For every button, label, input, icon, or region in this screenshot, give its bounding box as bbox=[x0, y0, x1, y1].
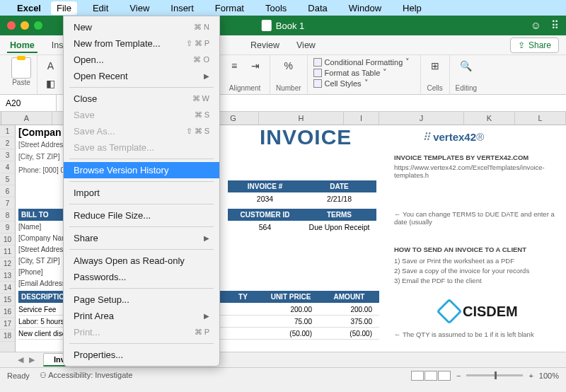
file-saveas[interactable]: Save As...⇧ ⌘ S bbox=[64, 123, 219, 139]
share-icon: ⇪ bbox=[518, 40, 525, 50]
col-I[interactable]: I bbox=[344, 112, 379, 125]
file-open-recent[interactable]: Open Recent▶ bbox=[64, 68, 219, 84]
menu-edit[interactable]: Edit bbox=[87, 1, 114, 15]
menu-help[interactable]: Help bbox=[397, 1, 427, 15]
accessibility-checker[interactable]: ⚇ Accessibility: Investigate bbox=[40, 371, 133, 380]
app-name[interactable]: Excel bbox=[17, 3, 41, 13]
file-passwords[interactable]: Passwords... bbox=[64, 269, 219, 285]
file-save[interactable]: Save⌘ S bbox=[64, 107, 219, 123]
share-button[interactable]: ⇪Share bbox=[510, 38, 559, 53]
row-18[interactable]: 18 bbox=[0, 330, 15, 342]
row-5[interactable]: 5 bbox=[0, 173, 15, 185]
file-import[interactable]: Import bbox=[64, 185, 219, 201]
menu-format[interactable]: Format bbox=[209, 1, 250, 15]
tab-view[interactable]: View bbox=[294, 38, 318, 53]
cells-icon[interactable]: ⊞ bbox=[427, 57, 444, 74]
ribbon-group-clipboard: Paste bbox=[6, 55, 37, 94]
col-K[interactable]: K bbox=[464, 112, 515, 125]
col-L[interactable]: L bbox=[515, 112, 566, 125]
view-buttons[interactable] bbox=[411, 371, 451, 381]
window-minimize-button[interactable] bbox=[21, 21, 29, 30]
tab-review[interactable]: Review bbox=[248, 38, 282, 53]
file-print[interactable]: Print...⌘ P bbox=[64, 324, 219, 340]
ribbon-group-number: % Number bbox=[270, 55, 308, 94]
zoom-slider[interactable] bbox=[466, 374, 523, 376]
name-box[interactable]: A20 bbox=[0, 95, 57, 111]
chevron-right-icon: ▶ bbox=[204, 72, 209, 80]
menu-window[interactable]: Window bbox=[343, 1, 387, 15]
sheet-nav-right-icon[interactable]: ▶ bbox=[29, 355, 35, 364]
font-color-icon[interactable]: A bbox=[42, 57, 59, 74]
menu-data[interactable]: Data bbox=[302, 1, 333, 15]
file-new[interactable]: New⌘ N bbox=[64, 19, 219, 35]
file-savetpl[interactable]: Save as Template... bbox=[64, 139, 219, 156]
row-7[interactable]: 7 bbox=[0, 197, 15, 209]
fill-color-icon[interactable]: ◧ bbox=[42, 75, 59, 92]
file-share[interactable]: Share▶ bbox=[64, 230, 219, 246]
row-4[interactable]: 4 bbox=[0, 161, 15, 173]
invoice-title: INVOICE bbox=[260, 125, 352, 149]
chevron-down-icon: ˅ bbox=[405, 57, 410, 67]
file-properties[interactable]: Properties... bbox=[64, 347, 219, 363]
menu-tools[interactable]: Tools bbox=[260, 1, 292, 15]
menu-view[interactable]: View bbox=[124, 1, 155, 15]
window-close-button[interactable] bbox=[7, 21, 16, 30]
format-as-table-button[interactable]: Format as Table ˅ bbox=[313, 68, 410, 77]
overflow-icon[interactable]: ⠿ bbox=[551, 19, 559, 32]
menu-file[interactable]: File bbox=[51, 1, 77, 15]
file-reduce[interactable]: Reduce File Size... bbox=[64, 207, 219, 224]
file-new-template[interactable]: New from Template...⇧ ⌘ P bbox=[64, 35, 219, 52]
row-10[interactable]: 10 bbox=[0, 234, 15, 246]
col-H[interactable]: H bbox=[259, 112, 344, 125]
file-printarea[interactable]: Print Area▶ bbox=[64, 308, 219, 324]
zoom-in-button[interactable]: + bbox=[529, 371, 533, 380]
file-pagesetup[interactable]: Page Setup... bbox=[64, 292, 219, 308]
cell-styles-button[interactable]: Cell Styles ˅ bbox=[313, 79, 410, 88]
row-9[interactable]: 9 bbox=[0, 221, 15, 234]
phone: Phone: [000] 0 bbox=[18, 166, 64, 174]
row-11[interactable]: 11 bbox=[0, 246, 15, 258]
row-12[interactable]: 12 bbox=[0, 258, 15, 270]
col-J[interactable]: J bbox=[379, 112, 464, 125]
terms-note: ← You can change TERMS to DUE DATE and e… bbox=[394, 210, 566, 226]
align-icon[interactable]: ≡ bbox=[226, 57, 243, 74]
company-name: [Compan bbox=[18, 127, 62, 138]
row-3[interactable]: 3 bbox=[0, 149, 15, 161]
zoom-level[interactable]: 100% bbox=[539, 371, 559, 380]
chevron-right-icon: ▶ bbox=[204, 234, 209, 242]
zoom-out-button[interactable]: − bbox=[456, 371, 461, 380]
row-16[interactable]: 16 bbox=[0, 306, 15, 318]
percent-icon[interactable]: % bbox=[280, 57, 297, 74]
sheet-nav-left-icon[interactable]: ◀ bbox=[18, 355, 23, 364]
row-13[interactable]: 13 bbox=[0, 270, 15, 282]
row-14[interactable]: 14 bbox=[0, 282, 15, 294]
find-icon[interactable]: 🔍 bbox=[458, 57, 475, 74]
file-browse-version-history[interactable]: Browse Version History bbox=[64, 162, 219, 178]
row-1[interactable]: 1 bbox=[0, 125, 15, 137]
mac-menubar: Excel File Edit View Insert Format Tools… bbox=[0, 0, 566, 16]
document-title: Book 1 bbox=[262, 20, 304, 31]
col-A[interactable]: A bbox=[1, 112, 52, 125]
howto-2: 2) Save a copy of the invoice for your r… bbox=[394, 267, 529, 275]
tab-home[interactable]: Home bbox=[7, 38, 37, 53]
chevron-down-icon: ˅ bbox=[364, 79, 369, 88]
row-2[interactable]: 2 bbox=[0, 137, 15, 149]
row-6[interactable]: 6 bbox=[0, 185, 15, 197]
clipboard-icon bbox=[11, 57, 31, 79]
ribbon-group-editing: 🔍 Editing bbox=[450, 55, 483, 94]
window-maximize-button[interactable] bbox=[34, 21, 42, 30]
row-15[interactable]: 15 bbox=[0, 294, 15, 306]
ribbon-group-cells: ⊞ Cells bbox=[421, 55, 450, 94]
conditional-formatting-button[interactable]: Conditional Formatting ˅ bbox=[313, 57, 410, 67]
row-8[interactable]: 8 bbox=[0, 209, 15, 221]
file-readonly[interactable]: Always Open as Read-only bbox=[64, 253, 219, 269]
customer-data: 564Due Upon Receipt bbox=[228, 221, 376, 233]
paste-button[interactable]: Paste bbox=[11, 57, 31, 86]
wrap-icon[interactable]: ⇥ bbox=[247, 57, 264, 74]
account-icon[interactable]: ☺ bbox=[531, 19, 541, 32]
traffic-lights bbox=[7, 21, 42, 30]
menu-insert[interactable]: Insert bbox=[165, 1, 200, 15]
row-17[interactable]: 17 bbox=[0, 318, 15, 330]
file-close[interactable]: Close⌘ W bbox=[64, 91, 219, 107]
file-open[interactable]: Open...⌘ O bbox=[64, 52, 219, 68]
